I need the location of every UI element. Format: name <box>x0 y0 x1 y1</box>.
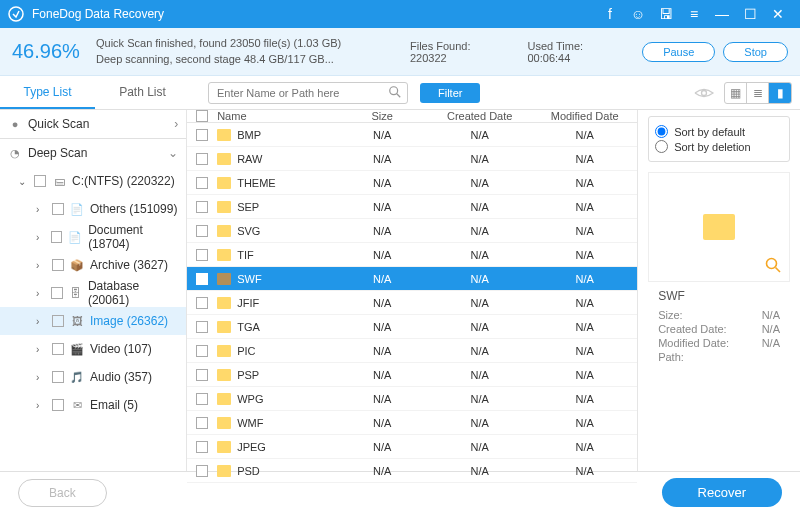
checkbox[interactable] <box>196 225 208 237</box>
view-list-icon[interactable]: ≣ <box>747 83 769 103</box>
table-row[interactable]: JFIFN/AN/AN/A <box>187 291 637 315</box>
col-size[interactable]: Size <box>337 110 427 122</box>
checkbox[interactable] <box>52 399 64 411</box>
row-created: N/A <box>427 441 532 453</box>
checkbox-all[interactable] <box>196 110 208 122</box>
row-created: N/A <box>427 369 532 381</box>
sidebar-deep-scan[interactable]: ◔ Deep Scan ⌄ <box>0 139 186 167</box>
checkbox[interactable] <box>196 393 208 405</box>
scan-line2: Deep scanning, second stage 48.4 GB/117 … <box>96 52 396 67</box>
sort-deletion[interactable]: Sort by deletion <box>655 140 783 153</box>
maximize-icon[interactable]: ☐ <box>736 0 764 28</box>
table-row[interactable]: TIFN/AN/AN/A <box>187 243 637 267</box>
checkbox[interactable] <box>51 287 62 299</box>
row-created: N/A <box>427 153 532 165</box>
checkbox[interactable] <box>196 441 208 453</box>
magnify-icon[interactable] <box>765 257 781 273</box>
table-row[interactable]: SEPN/AN/AN/A <box>187 195 637 219</box>
checkbox[interactable] <box>196 369 208 381</box>
folder-icon <box>217 441 231 453</box>
view-detail-icon[interactable]: ▮ <box>769 83 791 103</box>
table-row[interactable]: SVGN/AN/AN/A <box>187 219 637 243</box>
search-input[interactable] <box>208 82 408 104</box>
checkbox[interactable] <box>196 321 208 333</box>
row-name: SWF <box>237 273 261 285</box>
preview-size: N/A <box>762 309 780 321</box>
eye-icon[interactable] <box>694 86 714 100</box>
sort-default[interactable]: Sort by default <box>655 125 783 138</box>
table-row[interactable]: BMPN/AN/AN/A <box>187 123 637 147</box>
files-found-value: 220322 <box>410 52 447 64</box>
view-grid-icon[interactable]: ▦ <box>725 83 747 103</box>
table-row[interactable]: JPEGN/AN/AN/A <box>187 435 637 459</box>
row-size: N/A <box>337 441 427 453</box>
sidebar-item-others[interactable]: ›📄Others (151099) <box>0 195 186 223</box>
sidebar-item-document[interactable]: ›📄Document (18704) <box>0 223 186 251</box>
sort-default-radio[interactable] <box>655 125 668 138</box>
sort-deletion-radio[interactable] <box>655 140 668 153</box>
pause-button[interactable]: Pause <box>642 42 715 62</box>
checkbox[interactable] <box>34 175 46 187</box>
scan-line1: Quick Scan finished, found 23050 file(s)… <box>96 36 396 51</box>
sidebar-item-label: Archive (3627) <box>90 258 168 272</box>
row-created: N/A <box>427 321 532 333</box>
table-row[interactable]: THEMEN/AN/AN/A <box>187 171 637 195</box>
checkbox[interactable] <box>52 203 64 215</box>
checkbox[interactable] <box>196 249 208 261</box>
table-row[interactable]: RAWN/AN/AN/A <box>187 147 637 171</box>
checkbox[interactable] <box>196 153 208 165</box>
sidebar-item-database[interactable]: ›🗄Database (20061) <box>0 279 186 307</box>
menu-icon[interactable]: ≡ <box>680 0 708 28</box>
minimize-icon[interactable]: — <box>708 0 736 28</box>
checkbox[interactable] <box>196 201 208 213</box>
col-name[interactable]: Name <box>217 110 337 122</box>
checkbox[interactable] <box>52 315 64 327</box>
feedback-icon[interactable]: ☺ <box>624 0 652 28</box>
facebook-icon[interactable]: f <box>596 0 624 28</box>
checkbox[interactable] <box>196 129 208 141</box>
sidebar-item-archive[interactable]: ›📦Archive (3627) <box>0 251 186 279</box>
col-modified[interactable]: Modified Date <box>532 110 637 122</box>
sidebar-item-image[interactable]: ›🖼Image (26362) <box>0 307 186 335</box>
sidebar-quick-scan[interactable]: ● Quick Scan › <box>0 110 186 138</box>
checkbox[interactable] <box>196 417 208 429</box>
sidebar-drive[interactable]: ⌄ 🖴 C:(NTFS) (220322) <box>0 167 186 195</box>
row-created: N/A <box>427 273 532 285</box>
checkbox[interactable] <box>52 343 64 355</box>
sidebar-item-email[interactable]: ›✉Email (5) <box>0 391 186 419</box>
checkbox[interactable] <box>196 177 208 189</box>
sidebar-item-audio[interactable]: ›🎵Audio (357) <box>0 363 186 391</box>
checkbox[interactable] <box>52 371 64 383</box>
tab-path-list[interactable]: Path List <box>95 76 190 109</box>
col-created[interactable]: Created Date <box>427 110 532 122</box>
save-icon[interactable]: 🖫 <box>652 0 680 28</box>
row-modified: N/A <box>532 297 637 309</box>
sidebar-item-video[interactable]: ›🎬Video (107) <box>0 335 186 363</box>
row-created: N/A <box>427 177 532 189</box>
table-row[interactable]: PSDN/AN/AN/A <box>187 459 637 483</box>
close-icon[interactable]: ✕ <box>764 0 792 28</box>
stop-button[interactable]: Stop <box>723 42 788 62</box>
category-icon: 🗄 <box>69 286 82 300</box>
table-row[interactable]: TGAN/AN/AN/A <box>187 315 637 339</box>
row-modified: N/A <box>532 177 637 189</box>
checkbox[interactable] <box>196 297 208 309</box>
table-row[interactable]: WPGN/AN/AN/A <box>187 387 637 411</box>
table-row[interactable]: PSPN/AN/AN/A <box>187 363 637 387</box>
checkbox[interactable] <box>196 345 208 357</box>
table-row[interactable]: PICN/AN/AN/A <box>187 339 637 363</box>
checkbox[interactable] <box>196 465 208 477</box>
checkbox[interactable] <box>51 231 62 243</box>
recover-button[interactable]: Recover <box>662 478 782 507</box>
table-row[interactable]: SWFN/AN/AN/A <box>187 267 637 291</box>
checkbox[interactable] <box>52 259 64 271</box>
row-modified: N/A <box>532 225 637 237</box>
search-icon[interactable] <box>388 85 402 99</box>
status-bar: 46.96% Quick Scan finished, found 23050 … <box>0 28 800 76</box>
checkbox[interactable] <box>196 273 208 285</box>
table-row[interactable]: WMFN/AN/AN/A <box>187 411 637 435</box>
tab-type-list[interactable]: Type List <box>0 76 95 109</box>
back-button[interactable]: Back <box>18 479 107 507</box>
filter-button[interactable]: Filter <box>420 83 480 103</box>
row-name: TIF <box>237 249 254 261</box>
